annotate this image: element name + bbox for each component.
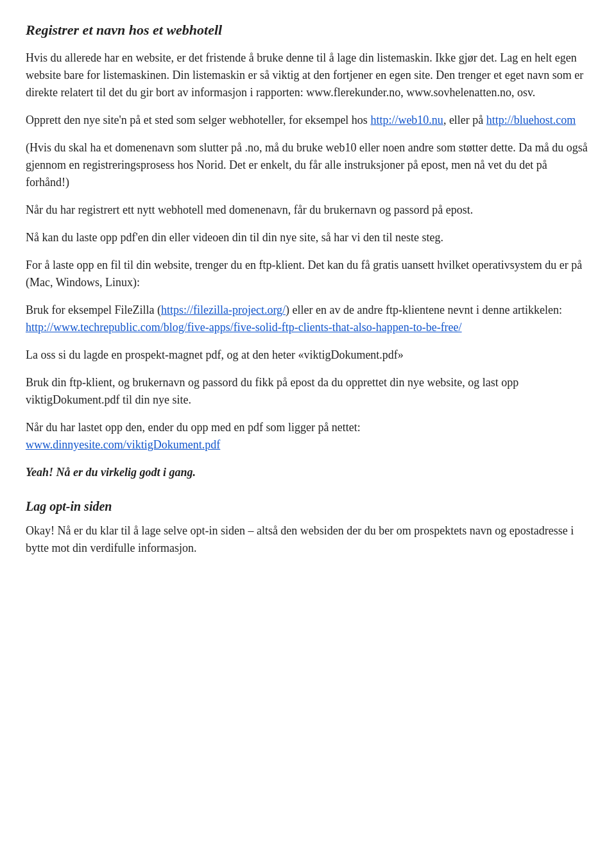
- paragraph-6: For å laste opp en fil til din website, …: [26, 257, 590, 291]
- paragraph-7: Bruk for eksempel FileZilla (https://fil…: [26, 302, 590, 336]
- paragraph-11-bold-italic: Yeah! Nå er du virkelig godt i gang.: [26, 464, 590, 481]
- section2-heading: Lag opt-in siden: [26, 497, 590, 516]
- paragraph-2: Opprett den nye site'n på et sted som se…: [26, 112, 590, 129]
- paragraph-1: Hvis du allerede har en website, er det …: [26, 49, 590, 101]
- techrepublic-link[interactable]: http://www.techrepublic.com/blog/five-ap…: [26, 321, 462, 334]
- paragraph-3: (Hvis du skal ha et domenenavn som slutt…: [26, 139, 590, 191]
- paragraph-10: Når du har lastet opp den, ender du opp …: [26, 419, 590, 454]
- dinnyesite-link[interactable]: www.dinnyesite.com/viktigDokument.pdf: [26, 438, 220, 451]
- main-heading: Registrer et navn hos et webhotell: [26, 19, 590, 40]
- bluehost-link[interactable]: http://bluehost.com: [486, 114, 576, 126]
- paragraph-8: La oss si du lagde en prospekt-magnet pd…: [26, 346, 590, 364]
- web10-link[interactable]: http://web10.nu: [370, 114, 443, 126]
- paragraph-4: Når du har registrert ett nytt webhotell…: [26, 201, 590, 219]
- filezilla-link[interactable]: https://filezilla-project.org/: [161, 303, 286, 316]
- section2-paragraph-1: Okay! Nå er du klar til å lage selve opt…: [26, 522, 590, 557]
- paragraph-9: Bruk din ftp-klient, og brukernavn og pa…: [26, 374, 590, 409]
- paragraph-5: Nå kan du laste opp pdf'en din eller vid…: [26, 229, 590, 246]
